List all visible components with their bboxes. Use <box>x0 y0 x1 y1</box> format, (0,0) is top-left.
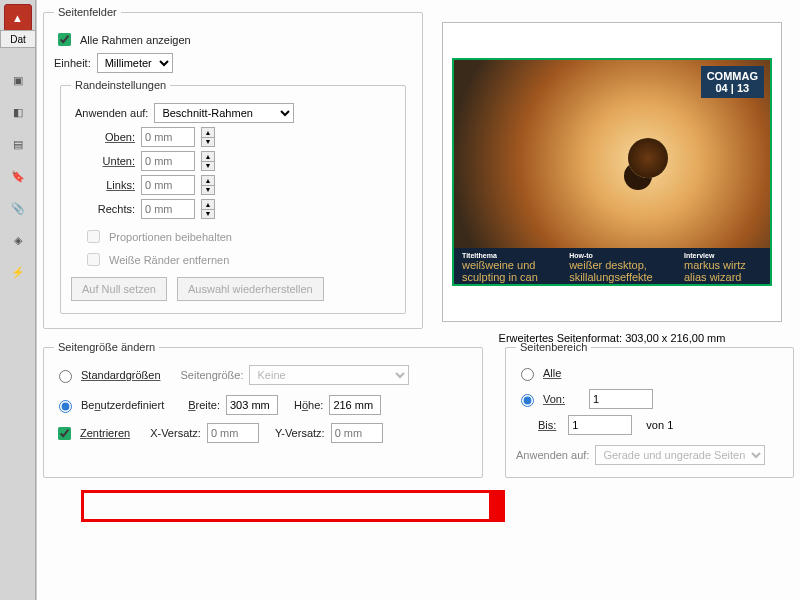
center-checkbox[interactable] <box>58 427 71 440</box>
page-boxes-group: Seitenfelder Alle Rahmen anzeigen Einhei… <box>43 6 423 329</box>
top-input[interactable] <box>141 127 195 147</box>
constrain-checkbox[interactable] <box>87 230 100 243</box>
bottom-label: Unten: <box>83 155 135 167</box>
change-size-legend: Seitengröße ändern <box>54 341 159 353</box>
to-label: Bis: <box>538 419 556 431</box>
tool-icon-1[interactable]: ▣ <box>4 66 32 94</box>
right-spinner[interactable]: ▲▼ <box>201 199 215 219</box>
height-input[interactable] <box>329 395 381 415</box>
bottom-input[interactable] <box>141 151 195 171</box>
show-all-boxes-checkbox[interactable] <box>58 33 71 46</box>
page-boxes-legend: Seitenfelder <box>54 6 121 18</box>
left-label: Links: <box>83 179 135 191</box>
standard-sizes-label: Standardgrößen <box>81 369 161 381</box>
unit-select[interactable]: Millimeter <box>97 53 173 73</box>
all-pages-label: Alle <box>543 367 561 379</box>
margin-settings-group: Randeinstellungen Anwenden auf: Beschnit… <box>60 79 406 314</box>
xoffset-label: X-Versatz: <box>150 427 201 439</box>
yoffset-label: Y-Versatz: <box>275 427 325 439</box>
bookmark-icon[interactable]: 🔖 <box>4 162 32 190</box>
constrain-label: Proportionen beibehalten <box>109 231 232 243</box>
magazine-footer: Titelthemaweißweine und sculpting in can… <box>454 248 770 284</box>
magazine-badge: COMMAG 04 | 13 <box>701 66 764 98</box>
tool-icon-7[interactable]: ⚡ <box>4 258 32 286</box>
pagesize-select[interactable]: Keine <box>249 365 409 385</box>
remove-white-checkbox[interactable] <box>87 253 100 266</box>
reset-button[interactable]: Auf Null setzen <box>71 277 167 301</box>
height-label: Höhe: <box>294 399 323 411</box>
range-apply-select[interactable]: Gerade und ungerade Seiten <box>595 445 765 465</box>
standard-sizes-radio[interactable] <box>59 370 72 383</box>
unit-label: Einheit: <box>54 57 91 69</box>
right-label: Rechts: <box>83 203 135 215</box>
tool-icon-2[interactable]: ◧ <box>4 98 32 126</box>
left-toolbar: ▲ Dat ▣ ◧ ▤ 🔖 📎 ◈ ⚡ <box>0 0 36 600</box>
page-preview: COMMAG 04 | 13 Titelthemaweißweine und s… <box>442 22 782 322</box>
apply-to-select[interactable]: Beschnitt-Rahmen <box>154 103 294 123</box>
extended-format-label: Erweitertes Seitenformat: 303,00 x 216,0… <box>442 332 782 344</box>
tool-icon-3[interactable]: ▤ <box>4 130 32 158</box>
xoffset-input[interactable] <box>207 423 259 443</box>
crop-dialog: Seitenfelder Alle Rahmen anzeigen Einhei… <box>36 0 800 600</box>
range-apply-label: Anwenden auf: <box>516 449 589 461</box>
layers-icon[interactable]: ◈ <box>4 226 32 254</box>
custom-size-radio[interactable] <box>59 400 72 413</box>
custom-size-label: Benutzerdefiniert <box>81 399 164 411</box>
width-label: Breite: <box>188 399 220 411</box>
top-label: Oben: <box>83 131 135 143</box>
pagesize-label: Seitengröße: <box>181 369 244 381</box>
remove-white-label: Weiße Ränder entfernen <box>109 254 229 266</box>
file-tab[interactable]: Dat <box>0 30 36 48</box>
bottom-spinner[interactable]: ▲▼ <box>201 151 215 171</box>
preview-page: COMMAG 04 | 13 Titelthemaweißweine und s… <box>452 58 772 286</box>
restore-button[interactable]: Auswahl wiederherstellen <box>177 277 324 301</box>
page-range-group: Seitenbereich Alle Von: Bis: von 1 Anwen… <box>505 341 794 478</box>
from-input[interactable] <box>589 389 653 409</box>
attachment-icon[interactable]: 📎 <box>4 194 32 222</box>
top-spinner[interactable]: ▲▼ <box>201 127 215 147</box>
of-label: von 1 <box>646 419 673 431</box>
pdf-app-icon: ▲ <box>4 4 32 32</box>
margin-legend: Randeinstellungen <box>71 79 170 91</box>
left-input[interactable] <box>141 175 195 195</box>
center-label: Zentrieren <box>80 427 130 439</box>
left-spinner[interactable]: ▲▼ <box>201 175 215 195</box>
from-label: Von: <box>543 393 565 405</box>
all-pages-radio[interactable] <box>521 368 534 381</box>
width-input[interactable] <box>226 395 278 415</box>
from-radio[interactable] <box>521 394 534 407</box>
yoffset-input[interactable] <box>331 423 383 443</box>
right-input[interactable] <box>141 199 195 219</box>
change-page-size-group: Seitengröße ändern Standardgrößen Seiten… <box>43 341 483 478</box>
to-input[interactable] <box>568 415 632 435</box>
show-all-boxes-label: Alle Rahmen anzeigen <box>80 34 191 46</box>
apply-to-label: Anwenden auf: <box>75 107 148 119</box>
highlight-annotation <box>81 490 505 522</box>
